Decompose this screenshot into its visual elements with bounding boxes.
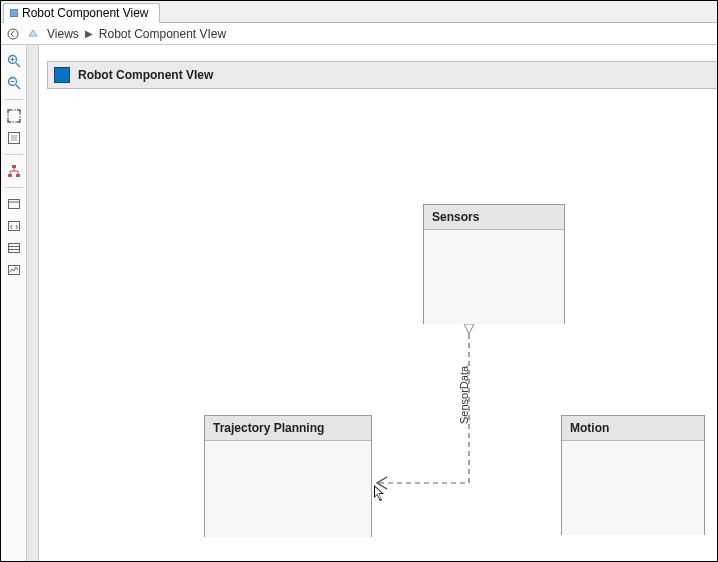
svg-rect-14 (8, 174, 12, 177)
svg-line-8 (16, 85, 20, 89)
toolbar-separator (5, 154, 23, 155)
breadcrumb-root[interactable]: Views (45, 27, 81, 41)
canvas-gutter (27, 45, 39, 561)
breadcrumb-current[interactable]: Robot Component VIew (97, 27, 228, 41)
component-body (562, 441, 704, 535)
tab-label: Robot Component View (22, 6, 149, 20)
svg-marker-29 (375, 487, 382, 500)
code-panel-icon[interactable] (5, 217, 23, 235)
panel-icon[interactable] (5, 195, 23, 213)
component-header: Trajectory Planning (205, 416, 371, 441)
mouse-cursor-icon (373, 484, 387, 502)
zoom-in-icon[interactable] (5, 52, 23, 70)
tab-active[interactable]: Robot Component View (3, 3, 160, 23)
fit-view-icon[interactable] (5, 107, 23, 125)
component-body (424, 230, 564, 324)
hierarchy-icon[interactable] (5, 162, 23, 180)
chevron-right-icon: ▶ (85, 28, 93, 39)
svg-point-1 (8, 29, 18, 39)
svg-rect-0 (10, 9, 18, 17)
component-icon (54, 67, 70, 83)
svg-rect-10 (8, 110, 20, 122)
component-trajectory-planning[interactable]: Trajectory Planning (204, 415, 372, 537)
svg-rect-20 (8, 200, 19, 209)
svg-rect-13 (12, 165, 16, 168)
view-title: Robot Component VIew (78, 68, 213, 82)
layers-panel-icon[interactable] (5, 239, 23, 257)
actual-size-icon[interactable] (5, 129, 23, 147)
svg-marker-27 (464, 324, 474, 334)
component-sensors[interactable]: Sensors (423, 204, 565, 324)
zoom-out-icon[interactable] (5, 74, 23, 92)
view-header: Robot Component VIew (47, 61, 717, 89)
diagram-surface[interactable]: SensorData Sensors Trajectory Planning M… (47, 89, 717, 561)
svg-rect-23 (8, 244, 19, 253)
svg-marker-28 (374, 485, 384, 501)
svg-marker-2 (29, 30, 37, 36)
view-icon (10, 9, 18, 17)
svg-line-4 (16, 63, 20, 67)
back-icon[interactable] (5, 26, 21, 42)
up-icon[interactable] (25, 26, 41, 42)
component-motion[interactable]: Motion (561, 415, 705, 535)
svg-rect-22 (8, 222, 19, 231)
breadcrumb-bar: Views ▶ Robot Component VIew (1, 23, 717, 45)
side-toolbar (1, 45, 27, 561)
tab-bar: Robot Component View (1, 1, 717, 23)
component-header: Motion (562, 416, 704, 441)
component-header: Sensors (424, 205, 564, 230)
svg-rect-12 (11, 135, 17, 141)
svg-rect-15 (16, 174, 20, 177)
component-body (205, 441, 371, 537)
toolbar-separator (5, 99, 23, 100)
plot-panel-icon[interactable] (5, 261, 23, 279)
canvas[interactable]: Robot Component VIew SensorData Sensors … (27, 45, 717, 561)
toolbar-separator (5, 187, 23, 188)
connector-label: SensorData (458, 366, 470, 424)
